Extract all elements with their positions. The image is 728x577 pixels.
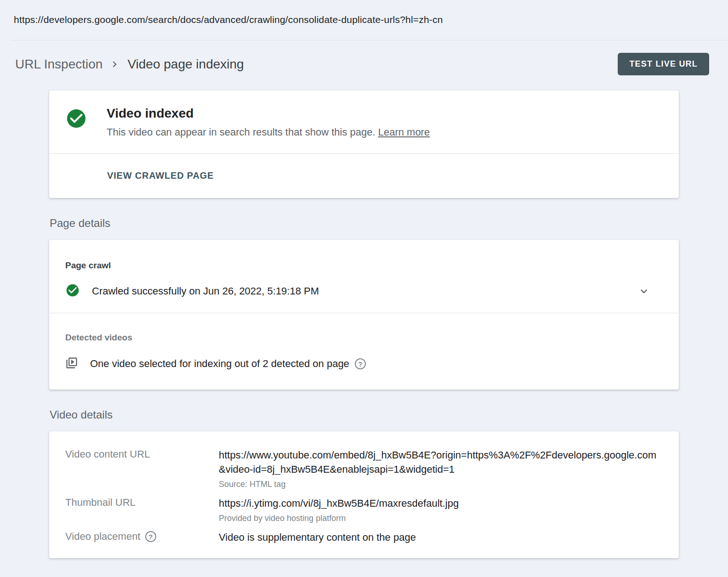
row-note: Provided by video hosting platform: [219, 514, 662, 523]
video-details-title: Video details: [50, 408, 679, 421]
row-note: Source: HTML tag: [219, 480, 662, 489]
table-row-video-content-url: Video content URL https://www.youtube.co…: [65, 448, 662, 489]
help-icon[interactable]: ?: [355, 358, 366, 369]
main-content: Video indexed This video can appear in s…: [0, 89, 728, 558]
breadcrumb-url-inspection[interactable]: URL Inspection: [15, 57, 102, 72]
table-row-thumbnail-url: Thumbnail URL https://i.ytimg.com/vi/8j_…: [65, 496, 662, 523]
video-details-card: Video content URL https://www.youtube.co…: [49, 431, 679, 558]
video-indexed-status: Video indexed This video can appear in s…: [49, 91, 679, 153]
status-description: This video can appear in search results …: [107, 126, 430, 138]
detected-videos-row: One video selected for indexing out of 2…: [49, 343, 679, 390]
status-text-block: Video indexed This video can appear in s…: [107, 106, 430, 138]
video-indexed-card: Video indexed This video can appear in s…: [49, 91, 679, 198]
page-details-title: Page details: [50, 217, 679, 230]
crawl-status-text: Crawled successfully on Jun 26, 2022, 5:…: [92, 285, 637, 297]
inspected-url: https://developers.google.com/search/doc…: [14, 14, 443, 25]
success-check-icon: [65, 107, 87, 131]
page-crawl-label: Page crawl: [49, 240, 679, 271]
row-value: Video is supplementary content on the pa…: [219, 530, 662, 544]
test-live-url-button[interactable]: TEST LIVE URL: [618, 53, 709, 75]
video-library-icon: [65, 356, 78, 371]
status-description-text: This video can appear in search results …: [107, 126, 375, 138]
view-crawled-page-button[interactable]: VIEW CRAWLED PAGE: [107, 170, 214, 181]
status-title: Video indexed: [107, 106, 430, 121]
page-details-card: Page crawl Crawled successfully on Jun 2…: [49, 240, 679, 390]
chevron-down-icon[interactable]: [637, 285, 650, 298]
breadcrumb-video-page-indexing: Video page indexing: [127, 57, 244, 72]
table-row-video-placement: Video placement ? Video is supplementary…: [65, 530, 662, 544]
row-label: Video placement ?: [65, 530, 219, 543]
inspected-url-bar: https://developers.google.com/search/doc…: [0, 0, 728, 40]
page-header: URL Inspection Video page indexing TEST …: [0, 40, 728, 89]
detected-videos-text: One video selected for indexing out of 2…: [90, 358, 349, 370]
url-inspection-page: https://developers.google.com/search/doc…: [0, 0, 728, 558]
learn-more-link[interactable]: Learn more: [378, 126, 430, 138]
page-crawl-row[interactable]: Crawled successfully on Jun 26, 2022, 5:…: [49, 271, 679, 313]
row-label: Video content URL: [65, 448, 219, 460]
chevron-right-icon: [109, 58, 121, 70]
breadcrumb: URL Inspection Video page indexing: [15, 57, 244, 72]
help-icon[interactable]: ?: [145, 531, 156, 542]
view-crawled-row: VIEW CRAWLED PAGE: [49, 154, 679, 198]
row-value: https://www.youtube.com/embed/8j_hxBw5B4…: [219, 448, 662, 476]
row-value: https://i.ytimg.com/vi/8j_hxBw5B4E/maxre…: [219, 496, 662, 510]
row-label: Thumbnail URL: [65, 496, 219, 509]
detected-videos-label: Detected videos: [49, 313, 679, 343]
success-check-icon: [65, 283, 80, 300]
